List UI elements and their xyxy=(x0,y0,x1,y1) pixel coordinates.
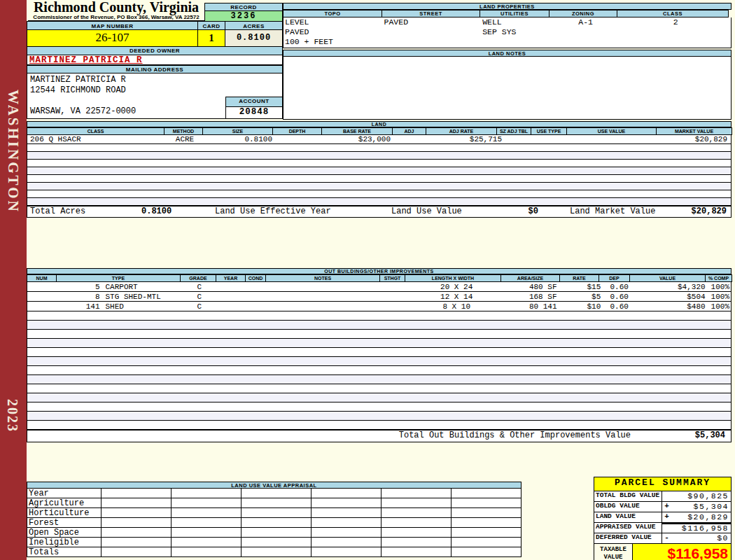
cell-year xyxy=(218,282,248,291)
utilities-values: WELL SEP SYS xyxy=(481,18,551,48)
row-label-horticulture: Horticulture xyxy=(27,507,102,518)
appraisal-cell xyxy=(381,488,451,498)
col-length-width: LENGTH X WIDTH xyxy=(405,274,501,282)
appraisal-row: Forest xyxy=(27,518,522,528)
cell-year xyxy=(218,302,248,311)
land-market-value-label: Land Market Value xyxy=(570,206,682,217)
appraisal-cell xyxy=(451,507,522,518)
cell-grade: C xyxy=(181,302,218,311)
appraisal-cell xyxy=(241,498,312,508)
empty-out-building-row xyxy=(27,366,732,375)
parcel-summary-title: PARCEL SUMMARY xyxy=(594,477,731,491)
acres-label: ACRES xyxy=(225,21,283,30)
cell-comp: 100% xyxy=(711,292,731,301)
col-value: VALUE xyxy=(629,274,706,282)
map-number-cell: MAP NUMBER 26-107 xyxy=(27,21,198,47)
utility-value: WELL xyxy=(482,18,502,27)
summary-row: APPRAISED VALUE $116,958 xyxy=(594,523,731,533)
utility-value: SEP SYS xyxy=(482,27,516,36)
empty-out-building-row xyxy=(27,330,732,339)
cell-base-rate: $23,000 xyxy=(325,135,396,144)
empty-land-row xyxy=(27,183,732,190)
acres-value: 0.8100 xyxy=(225,30,283,47)
cell-cond xyxy=(248,282,269,291)
land-use-appraisal-table: LAND USE VALUE APPRAISAL Year Agricultur… xyxy=(27,482,522,557)
operator: - xyxy=(662,533,671,543)
appraisal-cell xyxy=(451,517,522,528)
appraisal-cell xyxy=(311,537,382,547)
appraisal-cell xyxy=(101,498,172,508)
cell-grade: C xyxy=(181,292,218,301)
appraisal-row: Ineligible xyxy=(27,538,522,547)
land-value-label: LAND VALUE xyxy=(594,512,662,522)
col-num: NUM xyxy=(27,274,57,282)
appraisal-cell xyxy=(101,507,172,518)
appraisal-cell xyxy=(381,507,451,518)
land-notes-section: LAND NOTES xyxy=(283,50,732,120)
sidebar: WASHINGTON 2023 xyxy=(0,0,27,560)
empty-land-row xyxy=(27,198,732,206)
empty-out-building-row xyxy=(27,375,732,384)
land-table-headers: CLASS METHOD SIZE DEPTH BASE RATE ADJ AD… xyxy=(27,127,732,135)
cell-comp: 100% xyxy=(711,302,731,311)
cell-size: 0.8100 xyxy=(204,135,275,144)
appraisal-cell xyxy=(171,488,241,498)
taxable-value: $116,958 xyxy=(633,544,731,560)
empty-out-building-row xyxy=(27,312,732,321)
empty-land-row xyxy=(27,167,732,175)
appraisal-cell xyxy=(171,527,241,538)
card-value: 1 xyxy=(198,30,225,47)
appraisal-cell xyxy=(381,527,451,538)
col-topo: TOPO xyxy=(283,10,382,18)
appraisal-cell xyxy=(171,537,241,547)
state-label: WASHINGTON xyxy=(4,90,22,214)
empty-land-row xyxy=(27,144,732,152)
deeded-owner-label: DEEDED OWNER xyxy=(27,46,283,55)
appraisal-cell xyxy=(241,507,312,518)
appraisal-cell xyxy=(381,498,451,508)
appraisal-cell xyxy=(381,517,451,528)
appraisal-cell xyxy=(241,547,312,557)
cell-rate: $10 xyxy=(564,302,604,311)
appraisal-cell xyxy=(311,517,382,528)
cell-area: 480 SF xyxy=(505,282,564,291)
operator: + xyxy=(662,502,671,512)
mailing-address-box: MARTINEZ PATRICIA R 12544 RICHMOND ROAD … xyxy=(27,74,283,119)
total-acres-label: Total Acres xyxy=(27,206,141,217)
land-properties-title: LAND PROPERTIES xyxy=(283,3,732,10)
appraisal-cell xyxy=(311,547,382,557)
land-use-value-label: Land Use Value xyxy=(391,206,489,217)
cell-use-type xyxy=(537,135,573,144)
land-properties-headers: TOPO STREET UTILITIES ZONING CLASS xyxy=(283,10,732,18)
address-line: 12544 RICHMOND ROAD xyxy=(30,85,282,96)
total-acres-value: 0.8100 xyxy=(141,206,194,217)
col-market-value: MARKET VALUE xyxy=(656,127,732,135)
out-buildings-title: OUT BUILDINGS/OTHER IMPROVEMENTS xyxy=(27,268,732,274)
col-size: SIZE xyxy=(202,127,273,135)
row-label-open-space: Open Space xyxy=(27,527,102,538)
col-comp: % COMP xyxy=(705,274,732,282)
col-method: METHOD xyxy=(164,127,203,135)
cell-num: 141 xyxy=(27,302,106,311)
cell-length-width: 12 X 14 xyxy=(409,292,505,301)
map-number-label: MAP NUMBER xyxy=(27,21,198,30)
land-totals-row: Total Acres 0.8100 Land Use Effective Ye… xyxy=(27,206,732,218)
acres-cell: ACRES 0.8100 xyxy=(225,21,283,47)
cell-dep: 0.60 xyxy=(603,302,635,311)
empty-out-building-row xyxy=(27,393,732,402)
out-buildings-total-row: Total Out Buildings & Other Improvements… xyxy=(27,430,732,442)
obldg-value: $5,304 xyxy=(671,502,731,512)
empty-out-building-row xyxy=(27,421,732,430)
taxable-value-label: TAXABLE VALUE xyxy=(594,544,633,560)
card-label: CARD xyxy=(198,21,225,30)
out-building-row: 5 CARPORT C 20 X 24 480 SF $15 0.60 $4,3… xyxy=(27,282,732,292)
appraisal-cell xyxy=(241,488,312,498)
appraisal-cell xyxy=(171,517,241,528)
appraisal-cell xyxy=(381,537,451,547)
row-label-year: Year xyxy=(27,488,102,498)
col-use-value: USE VALUE xyxy=(566,127,657,135)
out-buildings-total-label: Total Out Buildings & Other Improvements… xyxy=(399,430,631,442)
cell-year xyxy=(218,292,248,301)
cell-depth xyxy=(275,135,325,144)
operator xyxy=(662,491,671,501)
